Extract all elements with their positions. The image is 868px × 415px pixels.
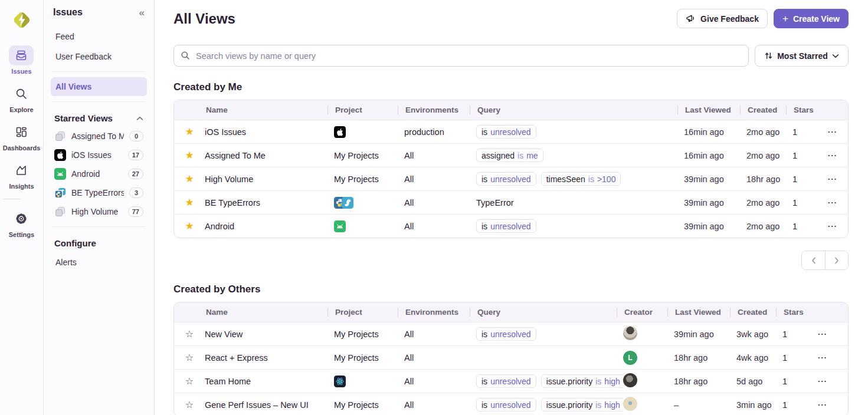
row-actions-menu-button[interactable]: ⋯ (814, 374, 831, 388)
apple-icon (334, 126, 346, 138)
project-icons (334, 376, 404, 387)
row-actions-menu-button[interactable]: ⋯ (814, 351, 831, 364)
search-input[interactable] (173, 45, 749, 67)
starred-view-high-volume[interactable]: High Volume77 (51, 202, 147, 221)
star-count: 1 (782, 400, 787, 410)
view-name-link[interactable]: Android (205, 222, 234, 231)
give-feedback-button[interactable]: Give Feedback (677, 9, 768, 28)
row-actions-menu-button[interactable]: ⋯ (814, 398, 831, 411)
view-name-link[interactable]: BE TypeErrors (205, 198, 260, 208)
starred-view-assigned-to-me[interactable]: Assigned To Me0 (51, 127, 147, 146)
react-icon (334, 376, 346, 387)
star-filled-icon[interactable]: ★ (185, 126, 194, 137)
view-name-link[interactable]: Team Home (205, 377, 251, 386)
pagination (173, 251, 849, 270)
sidebar-panel: Issues « FeedUser Feedback All Views Sta… (44, 0, 155, 415)
rail-item-settings[interactable]: Settings (3, 209, 41, 238)
row-actions-menu-button[interactable]: ⋯ (824, 172, 841, 186)
chevron-up-icon[interactable] (136, 116, 143, 121)
sort-icon (764, 51, 773, 60)
view-name-link[interactable]: High Volume (205, 174, 253, 184)
star-filled-icon[interactable]: ★ (185, 220, 194, 232)
star-outline-icon[interactable]: ☆ (185, 329, 194, 339)
starred-view-label: Android (71, 169, 123, 179)
star-outline-icon[interactable]: ☆ (185, 353, 194, 363)
table-header-row: NameProjectEnvironmentsQueryCreatorLast … (174, 302, 848, 322)
query-tokens: assignedisme (476, 149, 684, 162)
collapse-panel-icon[interactable]: « (139, 8, 145, 18)
row-actions-menu-button[interactable]: ⋯ (824, 125, 841, 139)
sidebar-item-alerts[interactable]: Alerts (51, 253, 147, 272)
table-row: ★iOS Issuesproductionisunresolved16min a… (174, 120, 848, 143)
view-name-link[interactable]: iOS Issues (205, 127, 246, 137)
environments-label: All (404, 174, 414, 184)
issue-count-badge: 17 (128, 150, 143, 160)
starred-view-ios-issues[interactable]: iOS Issues17 (51, 146, 147, 164)
sidebar-item-user-feedback[interactable]: User Feedback (51, 47, 147, 66)
creator-avatar (623, 397, 637, 411)
last-viewed-time: 39min ago (684, 174, 724, 184)
rail-item-explore[interactable]: Explore (3, 84, 41, 113)
divider (52, 226, 146, 227)
sort-dropdown[interactable]: Most Starred (755, 45, 849, 67)
star-filled-icon[interactable]: ★ (185, 150, 194, 161)
environments-label: All (404, 198, 414, 208)
star-outline-icon[interactable]: ☆ (185, 400, 194, 410)
previous-page-button[interactable] (802, 251, 825, 269)
starred-view-label: High Volume (71, 207, 123, 216)
issue-count-badge: 77 (128, 206, 143, 217)
table-row: ☆Gene Perf Issues – New UIMy ProjectsAll… (174, 393, 848, 415)
column-header-project: Project (327, 302, 404, 322)
star-filled-icon[interactable]: ★ (185, 197, 194, 208)
rail-nav: IssuesExploreDashboardsInsightsSettings (0, 0, 44, 415)
table-header-row: NameProjectEnvironmentsQueryLast ViewedC… (174, 100, 848, 120)
view-name-link[interactable]: New View (205, 330, 243, 339)
column-header-empty (174, 100, 205, 120)
column-header-environments: Environments (398, 302, 476, 322)
view-name-link[interactable]: Gene Perf Issues – New UI (205, 400, 309, 410)
query-tokens: isunresolvedissue.priorityishigh (476, 374, 623, 388)
rail-item-label: Explore (9, 106, 33, 113)
starred-view-android[interactable]: Android27 (51, 164, 147, 183)
row-actions-menu-button[interactable]: ⋯ (824, 196, 841, 209)
column-header-empty (814, 302, 849, 322)
view-name-link[interactable]: Assigned To Me (205, 151, 266, 160)
main-content: All Views Give Feedback + Create View (155, 0, 868, 415)
star-outline-icon[interactable]: ☆ (185, 376, 194, 386)
rail-item-issues[interactable]: Issues (3, 45, 41, 75)
next-page-button[interactable] (825, 251, 848, 269)
insights-icon (15, 164, 28, 177)
last-viewed-time: 16min ago (684, 151, 724, 160)
environments-label: All (404, 151, 414, 160)
view-name-link[interactable]: React + Express (205, 353, 268, 363)
sidebar-item-all-views[interactable]: All Views (51, 77, 147, 96)
row-actions-menu-button[interactable]: ⋯ (824, 149, 841, 162)
row-actions-menu-button[interactable]: ⋯ (814, 327, 831, 341)
sentry-logo-icon[interactable] (9, 8, 34, 32)
created-time: 2mo ago (746, 127, 779, 137)
column-header-created: Created (730, 302, 782, 322)
query-filter-chip: isunresolved (476, 327, 536, 341)
chevron-down-icon (832, 54, 839, 58)
app-window: IssuesExploreDashboardsInsightsSettings … (0, 0, 868, 415)
create-view-button[interactable]: + Create View (774, 9, 849, 28)
creator-avatar (623, 373, 637, 387)
row-actions-menu-button[interactable]: ⋯ (824, 219, 841, 233)
column-header-query: Query (470, 100, 684, 120)
created-time: 4wk ago (736, 353, 768, 363)
rail-item-dashboards[interactable]: Dashboards (3, 122, 41, 151)
created-by-others-table: NameProjectEnvironmentsQueryCreatorLast … (173, 302, 849, 415)
sidebar-item-feed[interactable]: Feed (51, 27, 147, 46)
star-count: 1 (792, 151, 797, 160)
query-tokens: isunresolvedtimesSeenis>100 (476, 172, 684, 186)
starred-view-be-typeerrors[interactable]: BE TypeErrors3 (51, 183, 147, 202)
project-icons (334, 126, 404, 138)
rail-item-insights[interactable]: Insights (3, 160, 41, 190)
android-icon (334, 220, 346, 232)
column-header-empty (824, 100, 849, 120)
query-filter-chip: isunresolved (476, 125, 536, 139)
created-time: 3wk ago (736, 330, 768, 339)
star-filled-icon[interactable]: ★ (185, 173, 194, 185)
table-body: ☆New ViewMy ProjectsAllisunresolved39min… (174, 322, 848, 415)
column-header-empty (174, 302, 205, 322)
